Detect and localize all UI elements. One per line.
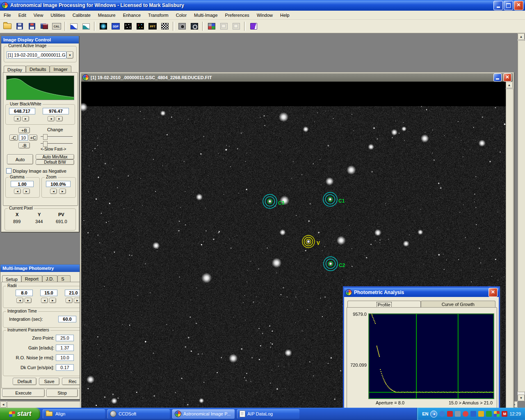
clock[interactable]: 12:29 bbox=[509, 411, 521, 416]
menu-enhance[interactable]: Enhance bbox=[119, 11, 144, 19]
aperture-radius-field[interactable]: 8.0 bbox=[16, 290, 33, 296]
plus-c-button[interactable]: +C bbox=[29, 135, 37, 141]
arrange-windows-button[interactable] bbox=[231, 21, 242, 32]
panel-titlebar[interactable]: Multi-Image Photometry bbox=[0, 265, 80, 272]
radius3-decrement-button[interactable]: ◄ bbox=[66, 298, 73, 303]
default-bw-button[interactable]: Default B/W bbox=[36, 160, 74, 165]
taskbar-item-aip[interactable]: Astronomical Image P... bbox=[172, 409, 235, 419]
stop-button[interactable]: Stop bbox=[46, 389, 78, 397]
white-increment-button[interactable]: ► bbox=[56, 116, 63, 121]
tray-icon-7[interactable] bbox=[486, 411, 492, 417]
slider-thumb[interactable] bbox=[43, 134, 48, 140]
hide-icons-button[interactable]: ◄ bbox=[430, 411, 437, 418]
tray-icon-8[interactable] bbox=[494, 411, 500, 417]
star-field-button[interactable] bbox=[122, 21, 134, 32]
minimize-button[interactable] bbox=[493, 1, 503, 10]
tab-report[interactable]: Report bbox=[21, 275, 42, 282]
clone-window-button[interactable] bbox=[39, 21, 50, 32]
execute-button[interactable]: Execute bbox=[2, 389, 45, 397]
auto-minmax-button[interactable]: Auto Min/Max bbox=[36, 154, 74, 160]
maximize-button[interactable] bbox=[504, 1, 513, 10]
help-button[interactable] bbox=[248, 21, 259, 32]
panel-titlebar[interactable]: Image Display Control bbox=[1, 36, 79, 43]
scroll-left-button[interactable]: ◄ bbox=[0, 401, 7, 408]
zoom-decrement-button[interactable]: ◄ bbox=[50, 189, 57, 194]
image-vscrollbar[interactable]: ▲ ▼ bbox=[506, 82, 513, 420]
menu-edit[interactable]: Edit bbox=[15, 11, 30, 19]
zoom-increment-button[interactable]: ► bbox=[59, 189, 66, 194]
image-close-button[interactable]: ✕ bbox=[503, 73, 511, 82]
tray-icon-2[interactable] bbox=[447, 411, 453, 417]
menu-utilities[interactable]: Utilities bbox=[47, 11, 68, 19]
white-level-field[interactable]: 976.47 bbox=[43, 108, 69, 114]
tab-s[interactable]: S bbox=[57, 275, 71, 282]
menu-color[interactable]: Color bbox=[172, 11, 190, 19]
minus-c-button[interactable]: -C bbox=[9, 135, 18, 141]
ddp-button[interactable]: DDP bbox=[110, 21, 121, 32]
scroll-up-button[interactable]: ▲ bbox=[518, 33, 525, 40]
radius2-decrement-button[interactable]: ◄ bbox=[41, 298, 48, 303]
record-button[interactable]: Rec bbox=[62, 378, 80, 385]
radius3-increment-button[interactable]: ► bbox=[74, 298, 80, 303]
tile-windows-button[interactable] bbox=[206, 21, 217, 32]
tray-icon-6[interactable] bbox=[478, 411, 484, 417]
default-button[interactable]: Default bbox=[13, 378, 37, 385]
tab-jd[interactable]: J.D. bbox=[42, 275, 58, 282]
telescope-control-button[interactable] bbox=[189, 21, 200, 32]
menu-file[interactable]: File bbox=[0, 11, 15, 19]
menu-help[interactable]: Help bbox=[276, 11, 293, 19]
slider-thumb[interactable] bbox=[43, 141, 48, 147]
black-decrement-button[interactable]: ◄ bbox=[14, 116, 21, 121]
save-button[interactable]: Save bbox=[39, 378, 59, 385]
save-as-button[interactable] bbox=[26, 21, 38, 32]
speed-slider[interactable] bbox=[41, 141, 73, 146]
gaussian-blur-button[interactable] bbox=[98, 21, 109, 32]
combobox-dropdown-button[interactable]: ▼ bbox=[66, 51, 73, 59]
menu-preferences[interactable]: Preferences bbox=[221, 11, 253, 19]
gain-field[interactable]: 1.37 bbox=[56, 345, 74, 351]
open-image-button[interactable] bbox=[2, 21, 13, 32]
zero-point-field[interactable]: 25.0 bbox=[56, 335, 74, 341]
calibrate-button[interactable]: CAL bbox=[51, 21, 62, 32]
white-decrement-button[interactable]: ◄ bbox=[48, 116, 55, 121]
radius1-decrement-button[interactable]: ◄ bbox=[16, 298, 23, 303]
tray-icon-1[interactable] bbox=[439, 411, 445, 417]
tab-defaults[interactable]: Defaults bbox=[26, 66, 50, 73]
vscroll-thumb[interactable] bbox=[506, 89, 514, 415]
menu-measure[interactable]: Measure bbox=[94, 11, 119, 19]
pixel-grid-button[interactable] bbox=[159, 21, 171, 32]
histogram-equalize-button[interactable] bbox=[80, 21, 92, 32]
scroll-down-button[interactable]: ▼ bbox=[518, 395, 525, 401]
gamma-increment-button[interactable]: ► bbox=[23, 189, 30, 194]
black-increment-button[interactable]: ► bbox=[22, 116, 29, 121]
negative-checkbox[interactable] bbox=[6, 168, 11, 173]
menu-window[interactable]: Window bbox=[253, 11, 276, 19]
gamma-decrement-button[interactable]: ◄ bbox=[14, 189, 21, 194]
close-button[interactable]: ✕ bbox=[514, 1, 523, 10]
ro-noise-field[interactable]: 10.0 bbox=[56, 354, 74, 361]
tab-curve-of-growth[interactable]: Curve of Growth bbox=[421, 301, 495, 308]
tray-icon-4[interactable] bbox=[463, 411, 468, 417]
black-level-field[interactable]: 648.717 bbox=[9, 108, 35, 114]
taskbar-item-datalog[interactable]: AIP DataLog bbox=[237, 409, 299, 419]
change-slider[interactable] bbox=[41, 134, 73, 139]
active-image-combobox[interactable]: [1] 19-02-2010_.00000011.G bbox=[7, 51, 66, 59]
radius1-increment-button[interactable]: ► bbox=[25, 298, 32, 303]
annulus-outer-field[interactable]: 21.0 bbox=[65, 290, 80, 296]
fft-button[interactable]: FFT bbox=[147, 21, 158, 32]
image-minimize-button[interactable] bbox=[493, 73, 502, 82]
cascade-windows-button[interactable] bbox=[218, 21, 230, 32]
tray-icon-3[interactable] bbox=[455, 411, 461, 417]
dialog-close-button[interactable]: ✕ bbox=[488, 288, 498, 297]
dialog-titlebar[interactable]: Photometric Analysis ✕ bbox=[344, 288, 499, 297]
taskbar-item-align[interactable]: Align bbox=[43, 409, 105, 419]
auto-button[interactable]: Auto bbox=[7, 154, 33, 164]
plus-b-button[interactable]: +B bbox=[18, 127, 30, 133]
radius2-increment-button[interactable]: ► bbox=[49, 298, 56, 303]
zoom-field[interactable]: 100.0% bbox=[46, 181, 71, 187]
language-indicator[interactable]: EN bbox=[422, 411, 428, 416]
tray-icon-5[interactable] bbox=[470, 411, 476, 417]
gamma-field[interactable]: 1.00 bbox=[11, 181, 34, 187]
image-window-titlebar[interactable]: [1] 19-02-2010_.00000011.GSC_4804_2268.R… bbox=[81, 73, 513, 82]
menu-view[interactable]: View bbox=[30, 11, 47, 19]
